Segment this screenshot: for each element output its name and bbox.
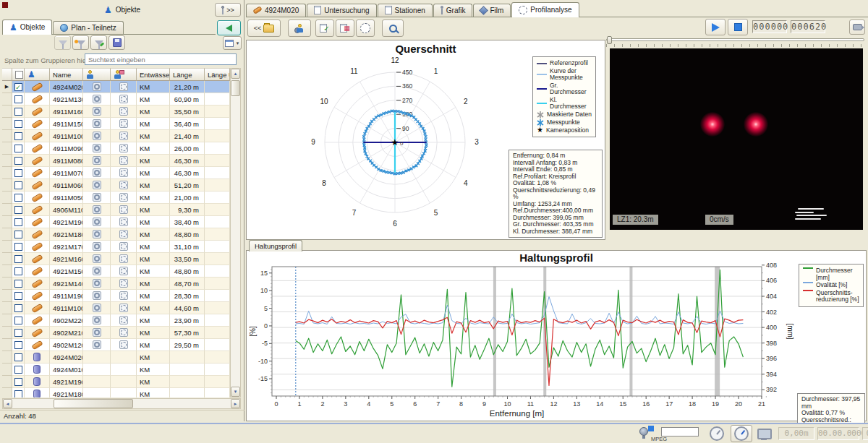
expand-panel-button[interactable]: >> [215, 3, 241, 17]
operator-button[interactable] [288, 20, 311, 37]
table-row[interactable]: 4924M020KM [2, 351, 230, 364]
row-checkbox[interactable] [14, 390, 22, 398]
tab-stationen[interactable]: Stationen [378, 4, 433, 17]
scroll-thumb[interactable] [231, 80, 240, 96]
filter-button[interactable] [72, 35, 89, 50]
row-checkbox[interactable] [14, 243, 22, 251]
row-checkbox[interactable] [14, 341, 22, 349]
column-header[interactable]: Entwässer... [137, 68, 170, 81]
column-header[interactable]: Name [50, 68, 83, 81]
table-row[interactable]: 4911M190KM28,30 m [2, 290, 230, 302]
column-header[interactable]: Länge [170, 68, 205, 81]
reject-button[interactable]: ▦ [336, 20, 354, 37]
table-row[interactable]: 4902M220KM23,90 m [2, 314, 230, 327]
row-checkbox[interactable] [14, 120, 22, 128]
row-checkbox[interactable] [14, 108, 22, 116]
scroll-up-button[interactable]: ▲ [231, 69, 240, 79]
column-header[interactable]: ♟ [25, 68, 50, 81]
dock-panel-button[interactable] [217, 20, 241, 35]
scroll-right-button[interactable]: ► [231, 399, 240, 408]
filter-disabled-button[interactable] [54, 35, 71, 50]
table-row[interactable]: 4921M180KM48,80 m [2, 228, 230, 241]
row-checkbox[interactable] [14, 280, 22, 288]
group-by-bar[interactable]: Spalte zum Gruppieren hier ablegen [0, 52, 244, 68]
camera-settings-button[interactable] [849, 20, 865, 35]
row-checkbox[interactable] [14, 304, 22, 312]
accept-button[interactable]: ✓ [315, 20, 334, 37]
gauge-button-2[interactable] [731, 425, 752, 442]
profile-settings-button[interactable] [356, 20, 375, 37]
tab-plan-teilnetz[interactable]: Plan - Teilnetz [53, 21, 124, 34]
row-checkbox[interactable]: ✓ [14, 83, 22, 91]
table-row[interactable]: 4921M130KM60,90 m [2, 93, 230, 106]
back-button[interactable]: << [247, 20, 281, 37]
table-row[interactable]: 4924M010KM [2, 364, 230, 376]
table-row[interactable]: 4921M170KM31,10 m [2, 241, 230, 253]
row-checkbox[interactable] [14, 194, 22, 202]
row-checkbox[interactable] [14, 267, 22, 275]
scroll-thumb[interactable] [54, 399, 133, 408]
scroll-left-button[interactable]: ◄ [3, 399, 12, 408]
select-all-checkbox[interactable] [15, 71, 23, 79]
row-checkbox[interactable] [14, 218, 22, 226]
tab-grafik[interactable]: Grafik [433, 4, 473, 17]
search-input[interactable] [85, 53, 237, 65]
table-row[interactable]: 4921M160KM33,50 m [2, 253, 230, 265]
horizontal-scrollbar[interactable]: ◄ ► [2, 398, 241, 409]
table-row[interactable]: 4902M210KM57,30 m [2, 327, 230, 339]
tab-untersuchung[interactable]: Untersuchung [307, 4, 376, 17]
table-row[interactable]: 4902M120.1KM29,50 m [2, 339, 230, 351]
stop-button[interactable] [728, 19, 748, 35]
row-checkbox[interactable] [14, 378, 22, 386]
table-row[interactable]: 4906M110KM9,30 m [2, 204, 230, 216]
table-row[interactable]: 4921M180KM [2, 388, 230, 397]
table-row[interactable]: 4911M070KM46,30 m [2, 167, 230, 179]
row-checkbox[interactable] [14, 132, 22, 140]
filter-edit-button[interactable] [90, 35, 107, 50]
table-row[interactable]: 4911M160KM35,50 m [2, 106, 230, 118]
row-checkbox[interactable] [14, 329, 22, 337]
row-checkbox[interactable] [14, 353, 22, 361]
table-row[interactable]: 4911M060KM51,20 m [2, 179, 230, 192]
column-header[interactable] [2, 68, 12, 81]
scroll-down-button[interactable]: ▼ [231, 387, 240, 397]
haltungsprofil-tab[interactable]: Haltungsprofil [249, 240, 302, 251]
table-row[interactable]: 4911M100KM21,40 m [2, 130, 230, 142]
play-button[interactable] [705, 19, 726, 35]
row-checkbox[interactable] [14, 366, 22, 374]
row-checkbox[interactable] [14, 145, 22, 152]
monitor-button[interactable] [754, 425, 775, 442]
row-checkbox[interactable] [14, 255, 22, 263]
row-checkbox[interactable] [14, 317, 22, 324]
row-checkbox[interactable] [14, 231, 22, 238]
tab-4924m020[interactable]: 4924M020 [246, 4, 306, 17]
tab-film[interactable]: Film [473, 4, 511, 17]
row-checkbox[interactable] [14, 181, 22, 189]
table-row[interactable]: 4921M190KM [2, 376, 230, 388]
column-header[interactable] [83, 68, 111, 81]
vertical-scrollbar[interactable]: ▲ ▼ [230, 68, 241, 397]
table-row[interactable]: 4921M150KM48,80 m [2, 265, 230, 278]
table-row[interactable]: 4921M190KM38,40 m [2, 216, 230, 228]
tab-objekte[interactable]: ♟Objekte [2, 20, 52, 35]
gauge-button-1[interactable] [706, 425, 728, 442]
row-checkbox[interactable] [14, 169, 22, 177]
slider-thumb[interactable] [607, 36, 612, 44]
save-filter-button[interactable] [109, 35, 125, 50]
table-row[interactable]: 4911M050KM21,00 m [2, 192, 230, 204]
table-row[interactable]: ▶✓4924M020KM21,20 m [2, 81, 230, 93]
row-checkbox[interactable] [14, 157, 22, 165]
table-row[interactable]: 4921M140KM48,70 m [2, 278, 230, 290]
column-header[interactable]: Länge Unte... [205, 68, 230, 81]
table-row[interactable]: 4911M090KM26,00 m [2, 142, 230, 155]
row-checkbox[interactable] [14, 292, 22, 300]
report-button[interactable] [382, 20, 404, 37]
column-header[interactable] [12, 68, 25, 81]
table-row[interactable]: 4911M100.1KM44,60 m [2, 302, 230, 314]
table-row[interactable]: 4911M080KM46,30 m [2, 155, 230, 167]
row-checkbox[interactable] [14, 95, 22, 103]
column-header[interactable] [111, 68, 137, 81]
tab-profilanalyse[interactable]: Profilanalyse [511, 2, 579, 17]
column-chooser-button[interactable]: ▼ [223, 36, 242, 50]
table-row[interactable]: 4911M150KM36,40 m [2, 118, 230, 130]
